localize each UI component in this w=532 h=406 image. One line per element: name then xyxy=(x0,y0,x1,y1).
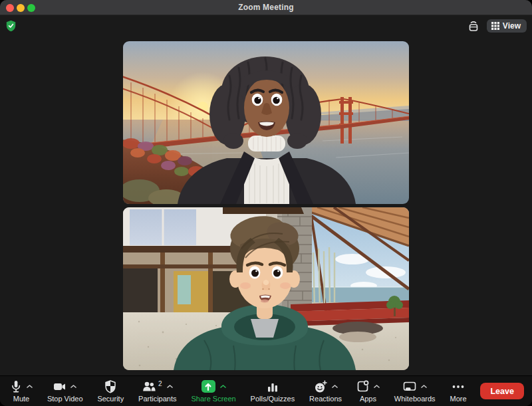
encryption-shield-button[interactable] xyxy=(4,19,17,33)
security-shield-icon xyxy=(104,380,116,393)
cast-icon xyxy=(467,20,480,33)
reactions-button[interactable]: Reactions xyxy=(309,378,342,404)
titlebar: Zoom Meeting xyxy=(0,0,532,15)
more-label: More xyxy=(450,395,466,403)
minimize-button[interactable] xyxy=(17,4,25,12)
zoom-meeting-window: Zoom Meeting xyxy=(0,0,532,406)
cast-device-button[interactable] xyxy=(466,19,481,33)
chevron-up-icon[interactable] xyxy=(167,385,173,388)
polls-quizzes-label: Polls/Quizzes xyxy=(251,395,295,403)
shield-check-icon xyxy=(5,20,17,32)
meeting-toolbar: Mute Stop Video Security xyxy=(0,375,532,406)
close-button[interactable] xyxy=(6,4,14,12)
security-label: Security xyxy=(97,395,124,403)
grid-view-icon xyxy=(491,22,499,30)
participants-button[interactable]: 2 Participants xyxy=(138,378,177,404)
leave-button[interactable]: Leave xyxy=(480,383,523,399)
view-button-label: View xyxy=(503,21,521,31)
share-screen-icon xyxy=(201,380,215,393)
chevron-up-icon[interactable] xyxy=(220,385,226,388)
more-dots-icon xyxy=(452,381,465,393)
chevron-up-icon[interactable] xyxy=(374,385,380,388)
whiteboards-label: Whiteboards xyxy=(394,395,436,403)
share-screen-label: Share Screen xyxy=(191,395,235,403)
video-tile-participant-1[interactable] xyxy=(123,41,409,204)
golden-gate-sunset-scene xyxy=(123,41,409,204)
stop-video-label: Stop Video xyxy=(47,395,83,403)
participants-label: Participants xyxy=(138,395,176,403)
fullscreen-button[interactable] xyxy=(27,4,35,12)
mute-label: Mute xyxy=(13,395,29,403)
stage-top-right-controls: View xyxy=(466,19,527,33)
window-title: Zoom Meeting xyxy=(0,3,532,12)
apps-label: Apps xyxy=(360,395,376,403)
polls-quizzes-button[interactable]: Polls/Quizzes xyxy=(250,378,296,404)
participants-icon xyxy=(142,380,156,393)
more-button[interactable]: More xyxy=(449,378,467,404)
bar-chart-icon xyxy=(267,381,279,393)
chevron-up-icon[interactable] xyxy=(332,385,338,388)
share-screen-button[interactable]: Share Screen xyxy=(190,378,236,404)
apps-button[interactable]: Apps xyxy=(356,378,380,404)
reactions-label: Reactions xyxy=(309,395,342,403)
video-camera-icon xyxy=(53,380,66,393)
whiteboard-icon xyxy=(403,381,416,392)
participants-count-badge: 2 xyxy=(158,380,162,387)
modern-house-scene xyxy=(123,207,409,370)
whiteboards-button[interactable]: Whiteboards xyxy=(394,378,436,404)
video-tile-participant-2[interactable] xyxy=(123,207,409,370)
view-button[interactable]: View xyxy=(487,19,527,33)
apps-icon xyxy=(356,380,369,393)
stop-video-button[interactable]: Stop Video xyxy=(47,378,84,404)
security-button[interactable]: Security xyxy=(96,378,124,404)
mute-button[interactable]: Mute xyxy=(9,378,33,404)
microphone-icon xyxy=(10,380,22,393)
video-tiles xyxy=(123,41,409,370)
smiley-plus-icon xyxy=(314,380,327,393)
chevron-up-icon[interactable] xyxy=(70,385,76,388)
chevron-up-icon[interactable] xyxy=(27,385,33,388)
meeting-stage: View xyxy=(0,15,532,375)
traffic-lights xyxy=(6,0,35,15)
chevron-up-icon[interactable] xyxy=(421,385,427,388)
